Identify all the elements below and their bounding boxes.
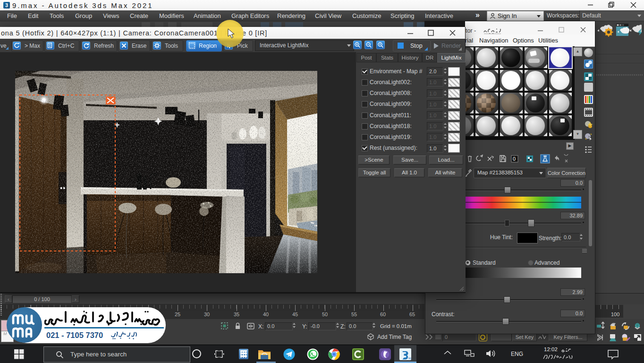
svg-text:MAX: MAX <box>408 357 411 360</box>
svg-text:0: 0 <box>513 156 516 162</box>
